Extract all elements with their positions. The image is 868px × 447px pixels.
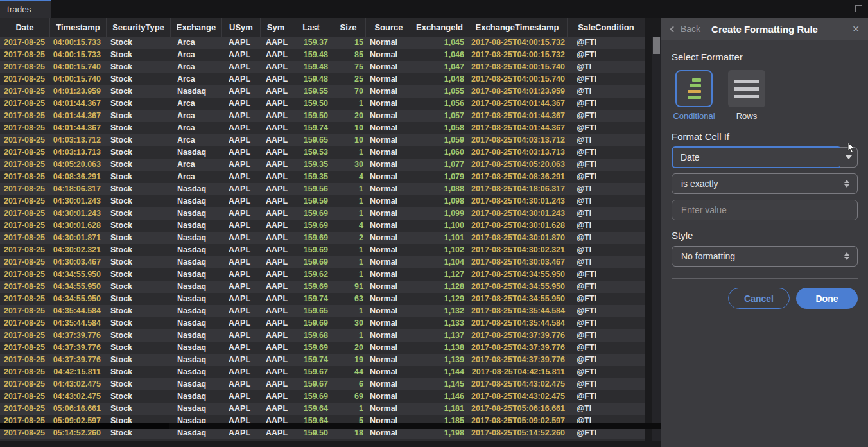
table-cell[interactable]: @FTI (568, 366, 645, 378)
column-header-exchangetimestamp[interactable]: ExchangeTimestamp (467, 18, 568, 37)
table-cell[interactable]: @FTI (568, 390, 645, 403)
column-select-value[interactable]: Date (672, 146, 842, 168)
table-cell[interactable]: AAPL (261, 403, 291, 415)
table-cell[interactable]: 1,088 (412, 183, 467, 195)
table-cell[interactable]: Normal (366, 281, 412, 293)
table-cell[interactable]: Stock (107, 403, 171, 415)
style-select[interactable]: No formatting (672, 246, 858, 267)
table-row[interactable]: 2017-08-2504:00:15.733StockArcaAAPLAAPL1… (0, 49, 645, 61)
table-row[interactable]: 2017-08-2504:03:13.713StockNasdaqAAPLAAP… (0, 146, 645, 159)
table-cell[interactable]: Normal (366, 354, 412, 366)
table-cell[interactable]: 04:37:39.776 (50, 329, 107, 342)
table-cell[interactable]: 1 (331, 305, 366, 317)
table-cell[interactable]: AAPL (261, 354, 291, 366)
table-cell[interactable]: Nasdaq (171, 293, 222, 305)
table-cell[interactable]: 1,046 (412, 49, 467, 61)
table-cell[interactable]: Nasdaq (171, 305, 222, 317)
table-cell[interactable]: 2017-08-25 (0, 232, 50, 244)
table-row[interactable]: 2017-08-2504:30:03.467StockNasdaqAAPLAAP… (0, 256, 645, 268)
table-cell[interactable]: Arca (171, 98, 222, 110)
table-cell[interactable]: 04:30:01.871 (50, 232, 107, 244)
table-cell[interactable]: Stock (107, 207, 171, 220)
table-cell[interactable]: Arca (171, 49, 222, 61)
table-cell[interactable]: Stock (107, 329, 171, 342)
table-cell[interactable]: AAPL (222, 378, 261, 390)
table-cell[interactable]: 2017-08-25T04:43:02.475 (467, 390, 568, 403)
table-cell[interactable]: Stock (107, 98, 171, 110)
table-row[interactable]: 2017-08-2504:43:02.475StockNasdaqAAPLAAP… (0, 390, 645, 403)
table-cell[interactable]: 1,047 (412, 61, 467, 73)
column-header-source[interactable]: Source (366, 18, 412, 37)
table-cell[interactable]: Normal (366, 268, 412, 281)
horizontal-scrollbar[interactable] (0, 423, 661, 429)
table-cell[interactable]: Stock (107, 281, 171, 293)
table-cell[interactable]: Nasdaq (171, 354, 222, 366)
table-cell[interactable]: 1 (331, 244, 366, 256)
table-cell[interactable]: AAPL (261, 281, 291, 293)
table-cell[interactable]: Stock (107, 317, 171, 329)
table-cell[interactable]: 04:00:15.733 (50, 37, 107, 49)
tab-trades[interactable]: trades (0, 0, 51, 18)
maximize-icon[interactable] (855, 5, 862, 12)
table-cell[interactable]: AAPL (261, 342, 291, 354)
table-cell[interactable]: AAPL (261, 293, 291, 305)
table-cell[interactable]: Normal (366, 73, 412, 85)
table-cell[interactable]: Normal (366, 134, 412, 146)
table-cell[interactable]: 85 (331, 49, 366, 61)
table-cell[interactable]: 2017-08-25 (0, 293, 50, 305)
table-cell[interactable]: 2017-08-25 (0, 85, 50, 98)
table-cell[interactable]: AAPL (222, 183, 261, 195)
operator-select[interactable]: is exactly (672, 173, 858, 194)
table-cell[interactable]: 2017-08-25 (0, 390, 50, 403)
table-cell[interactable]: AAPL (222, 146, 261, 159)
table-cell[interactable]: 159.48 (291, 49, 331, 61)
table-cell[interactable]: AAPL (222, 85, 261, 98)
table-cell[interactable]: 1 (331, 98, 366, 110)
table-cell[interactable]: 159.65 (291, 134, 331, 146)
table-cell[interactable]: Stock (107, 37, 171, 49)
table-row[interactable]: 2017-08-2504:37:39.776StockNasdaqAAPLAAP… (0, 342, 645, 354)
table-cell[interactable]: 05:16:57.981 (50, 439, 107, 441)
table-cell[interactable]: Nasdaq (171, 439, 222, 441)
table-cell[interactable]: Stock (107, 183, 171, 195)
table-cell[interactable]: Stock (107, 110, 171, 122)
table-cell[interactable]: 2017-08-25 (0, 317, 50, 329)
table-row[interactable]: 2017-08-2504:08:36.291StockArcaAAPLAAPL1… (0, 171, 645, 183)
table-cell[interactable]: Normal (366, 195, 412, 207)
table-cell[interactable]: 1,057 (412, 110, 467, 122)
table-row[interactable]: 2017-08-2504:34:55.950StockNasdaqAAPLAAP… (0, 281, 645, 293)
table-cell[interactable]: 15 (331, 37, 366, 49)
table-cell[interactable]: 2017-08-25T04:42:15.811 (467, 366, 568, 378)
table-cell[interactable]: 91 (331, 281, 366, 293)
table-cell[interactable]: AAPL (261, 49, 291, 61)
table-cell[interactable]: 1,129 (412, 293, 467, 305)
table-cell[interactable]: AAPL (261, 220, 291, 232)
column-header-sym[interactable]: Sym (261, 18, 291, 37)
table-cell[interactable]: Nasdaq (171, 220, 222, 232)
table-cell[interactable]: 2017-08-25 (0, 220, 50, 232)
table-cell[interactable]: 1,138 (412, 342, 467, 354)
table-cell[interactable]: Stock (107, 195, 171, 207)
table-cell[interactable]: Nasdaq (171, 281, 222, 293)
table-cell[interactable]: AAPL (222, 366, 261, 378)
table-cell[interactable]: 63 (331, 293, 366, 305)
table-cell[interactable]: 2017-08-25T04:35:44.584 (467, 317, 568, 329)
table-cell[interactable]: 2017-08-25T05:06:16.661 (467, 403, 568, 415)
table-cell[interactable]: 2017-08-25T04:01:23.959 (467, 85, 568, 98)
table-cell[interactable]: 159.69 (291, 390, 331, 403)
table-cell[interactable]: @FTI (568, 281, 645, 293)
table-row[interactable]: 2017-08-2504:42:15.811StockNasdaqAAPLAAP… (0, 366, 645, 378)
table-cell[interactable]: 75 (331, 61, 366, 73)
table-cell[interactable]: 04:34:55.950 (50, 281, 107, 293)
table-cell[interactable]: AAPL (222, 207, 261, 220)
formatter-rows[interactable]: Rows (724, 70, 769, 121)
table-cell[interactable]: Nasdaq (171, 85, 222, 98)
table-cell[interactable]: 159.37 (291, 37, 331, 49)
table-cell[interactable]: Normal (366, 159, 412, 171)
table-cell[interactable]: 04:37:39.776 (50, 354, 107, 366)
table-cell[interactable]: Stock (107, 378, 171, 390)
table-cell[interactable]: 04:34:55.950 (50, 293, 107, 305)
table-cell[interactable]: 04:30:01.243 (50, 195, 107, 207)
table-cell[interactable]: 1,145 (412, 378, 467, 390)
table-cell[interactable]: 2017-08-25T04:30:01.628 (467, 220, 568, 232)
